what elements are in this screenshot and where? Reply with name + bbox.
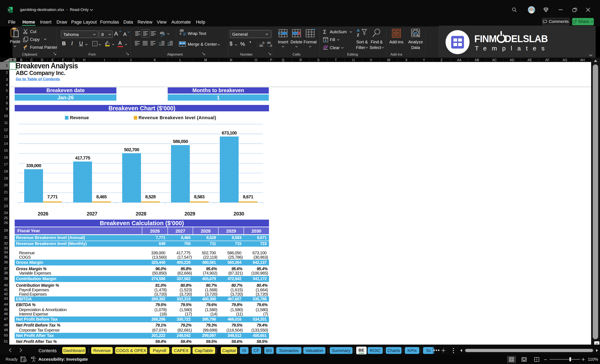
svg-text:x: x xyxy=(8,9,10,11)
svg-text:Z: Z xyxy=(357,33,359,37)
svg-text:A: A xyxy=(357,28,360,33)
